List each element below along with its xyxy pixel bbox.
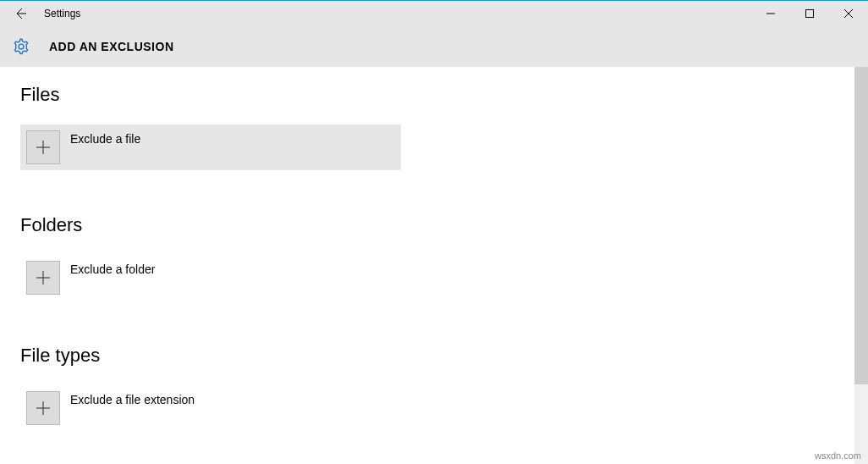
option-label: Exclude a file	[70, 132, 140, 146]
option-label: Exclude a file extension	[70, 393, 195, 406]
plus-box	[26, 261, 60, 295]
section-title-file-types: File types	[20, 345, 848, 367]
option-label: Exclude a folder	[70, 262, 155, 276]
section-title-files: Files	[20, 84, 848, 106]
exclude-file-button[interactable]: Exclude a file	[20, 124, 401, 170]
app-title: Settings	[44, 8, 80, 19]
scrollbar[interactable]	[854, 67, 868, 464]
plus-box	[26, 130, 60, 164]
exclude-file-extension-button[interactable]: Exclude a file extension	[20, 385, 401, 431]
section-file-types: File types Exclude a file extension	[20, 345, 848, 431]
section-title-folders: Folders	[20, 214, 848, 236]
gear-icon	[12, 37, 30, 56]
minimize-button[interactable]	[751, 1, 790, 26]
page-title: ADD AN EXCLUSION	[49, 40, 174, 53]
maximize-icon	[805, 9, 814, 18]
section-folders: Folders Exclude a folder	[20, 214, 848, 301]
section-files: Files Exclude a file	[20, 84, 848, 170]
minimize-icon	[766, 9, 775, 18]
scrollbar-thumb[interactable]	[854, 67, 868, 384]
back-button[interactable]	[0, 1, 41, 26]
plus-icon	[36, 270, 51, 285]
close-icon	[844, 9, 853, 18]
back-arrow-icon	[14, 7, 27, 20]
svg-point-4	[19, 44, 24, 49]
exclude-folder-button[interactable]: Exclude a folder	[20, 255, 401, 301]
svg-rect-1	[806, 10, 814, 18]
window-controls	[751, 1, 868, 26]
plus-icon	[36, 400, 51, 416]
titlebar: Settings	[0, 1, 868, 26]
plus-box	[26, 391, 60, 425]
close-button[interactable]	[829, 1, 868, 26]
content-area: Files Exclude a file Folders Exclude a f…	[0, 67, 868, 464]
watermark: wsxdn.com	[815, 450, 861, 461]
maximize-button[interactable]	[790, 1, 829, 26]
plus-icon	[36, 140, 51, 155]
page-header: ADD AN EXCLUSION	[0, 26, 868, 67]
